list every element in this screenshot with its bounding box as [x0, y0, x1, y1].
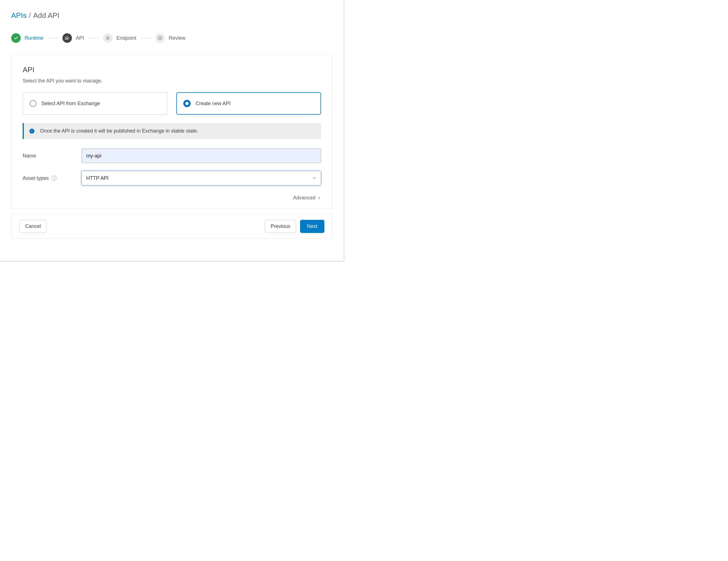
- breadcrumb: APIs / Add API: [11, 11, 333, 20]
- svg-point-5: [158, 38, 159, 38]
- chevron-right-icon: [317, 196, 321, 200]
- radio-icon: [183, 100, 191, 107]
- name-input[interactable]: [81, 149, 321, 163]
- list-icon: [155, 33, 165, 43]
- step-divider: [88, 38, 99, 38]
- breadcrumb-root[interactable]: APIs: [11, 11, 27, 20]
- form-row-asset-types: Asset types i HTTP API: [23, 171, 321, 186]
- asset-types-select[interactable]: HTTP API: [81, 171, 321, 186]
- api-card: API Select the API you want to manage. S…: [11, 54, 333, 208]
- radio-create-new-api[interactable]: Create new API: [176, 92, 321, 115]
- previous-button[interactable]: Previous: [265, 220, 296, 233]
- step-divider: [48, 38, 58, 38]
- cancel-button[interactable]: Cancel: [19, 220, 47, 233]
- svg-point-4: [158, 37, 159, 37]
- form-row-name: Name: [23, 149, 321, 163]
- name-label: Name: [23, 153, 81, 159]
- advanced-label: Advanced: [293, 195, 315, 201]
- radio-exchange-label: Select API from Exchange: [41, 101, 100, 107]
- footer-actions: Cancel Previous Next: [11, 214, 333, 239]
- step-runtime[interactable]: Runtime: [11, 33, 43, 43]
- check-icon: [11, 33, 21, 43]
- asset-types-label-text: Asset types: [23, 175, 49, 181]
- next-button[interactable]: Next: [300, 220, 324, 233]
- radio-create-label: Create new API: [196, 101, 231, 107]
- step-api-label: API: [76, 35, 84, 41]
- breadcrumb-separator: /: [29, 11, 31, 20]
- advanced-toggle[interactable]: Advanced: [23, 193, 321, 201]
- svg-point-6: [158, 39, 159, 40]
- help-icon[interactable]: i: [52, 176, 57, 181]
- info-text: Once the API is created it will be publi…: [40, 128, 198, 134]
- step-runtime-label: Runtime: [25, 35, 43, 41]
- step-api[interactable]: API: [62, 33, 84, 43]
- stepper: Runtime API Endpoint Review: [11, 33, 333, 43]
- endpoint-icon: [103, 33, 113, 43]
- api-source-radio-row: Select API from Exchange Create new API: [23, 92, 321, 115]
- info-icon: i: [29, 129, 34, 134]
- radio-icon: [30, 100, 36, 107]
- radio-select-from-exchange[interactable]: Select API from Exchange: [23, 92, 167, 115]
- asset-types-select-wrap: HTTP API: [81, 171, 321, 186]
- info-banner: i Once the API is created it will be pub…: [23, 123, 321, 139]
- step-review-label: Review: [169, 35, 185, 41]
- step-endpoint-label: Endpoint: [116, 35, 136, 41]
- breadcrumb-current: Add API: [33, 11, 59, 20]
- step-review[interactable]: Review: [155, 33, 185, 43]
- section-subtitle: Select the API you want to manage.: [23, 78, 321, 84]
- section-title: API: [23, 65, 321, 74]
- asset-types-label: Asset types i: [23, 175, 81, 181]
- step-endpoint[interactable]: Endpoint: [103, 33, 136, 43]
- cloud-icon: [62, 33, 72, 43]
- step-divider: [141, 38, 151, 38]
